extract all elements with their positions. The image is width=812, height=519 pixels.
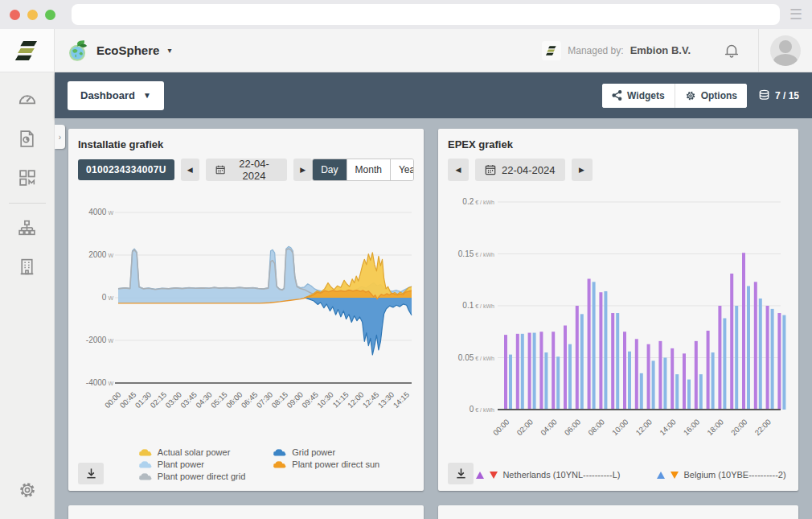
legend-item: Belgium (10YBE----------2) [657,470,785,480]
sidebar-item-sitemap[interactable] [11,212,43,244]
report-document-icon [17,129,37,149]
svg-text:02:15: 02:15 [148,390,168,410]
epex-price-chart[interactable]: 0.2€ / kWh0.15€ / kWh0.1€ / kWh0.05€ / k… [448,186,789,451]
legend-item: Grid power [273,447,379,457]
options-button[interactable]: Options [675,84,747,108]
widget-counter-value: 7 / 15 [775,90,799,101]
svg-text:00:00: 00:00 [103,390,123,410]
chart-legend: Netherlands (10YNL----------L)Belgium (1… [474,470,789,484]
installation-power-chart[interactable]: 4000W2000W0W-2000W-4000W00:0000:4501:300… [78,186,414,427]
legend-item: Plant power direct sun [273,459,379,469]
next-date-button[interactable]: ▶ [572,159,593,181]
previous-date-button[interactable]: ◀ [448,159,469,181]
widgets-button[interactable]: Widgets [602,84,675,108]
dashboard-content: › Installatie grafiek 0100234334007U ◀ [55,118,812,519]
url-bar[interactable] [72,4,780,25]
sidebar-item-dashboard[interactable] [11,84,43,116]
svg-text:12:45: 12:45 [361,390,381,410]
svg-text:03:45: 03:45 [178,390,199,410]
window-controls [10,10,55,20]
embion-logo[interactable] [0,29,54,72]
svg-text:20:00: 20:00 [729,418,749,438]
building-icon [17,257,37,277]
widget-title: Installatie grafiek [78,138,414,150]
chevron-down-icon: ▼ [143,91,151,100]
managed-by-label: Managed by: [568,45,623,56]
svg-text:06:00: 06:00 [224,390,244,410]
dashboard-toolbar: Dashboard ▼ Widgets [55,72,812,118]
widget-counter: 7 / 15 [758,89,799,101]
svg-text:02:00: 02:00 [515,418,535,438]
app-brand-selector[interactable]: EcoSphere ▾ [66,39,171,63]
svg-text:0.1€ / kWh: 0.1€ / kWh [462,301,494,310]
download-icon [455,468,467,480]
svg-text:0.2€ / kWh: 0.2€ / kWh [462,197,494,206]
widget-title: EPEX grafiek [448,138,789,150]
next-date-button[interactable]: ▶ [293,159,312,181]
download-chart-button[interactable] [448,463,474,484]
legend-item: Netherlands (10YNL----------L) [476,470,620,480]
svg-text:08:15: 08:15 [269,390,289,410]
legend-marker-icon [138,459,153,469]
svg-text:12:00: 12:00 [634,418,654,438]
minimize-window-button[interactable] [27,10,38,20]
sidebar-item-widgets[interactable] [11,161,43,193]
download-icon [85,468,97,480]
chevron-down-icon: ▾ [167,46,171,55]
options-button-label: Options [701,90,737,101]
svg-text:0€ / kWh: 0€ / kWh [470,405,494,414]
svg-text:0.05€ / kWh: 0.05€ / kWh [458,353,494,362]
app-header: EcoSphere ▾ Managed by: Embion [55,29,812,72]
sidebar-item-reports[interactable] [11,122,43,154]
embion-logo-icon [14,37,41,64]
svg-text:13:30: 13:30 [376,390,396,410]
previous-date-button[interactable]: ◀ [181,159,199,181]
legend-marker-icon [138,447,153,457]
maximize-window-button[interactable] [45,10,55,20]
range-month-button[interactable]: Month [347,159,390,180]
notifications-button[interactable] [705,29,758,72]
svg-text:10:30: 10:30 [315,390,335,410]
svg-text:00:00: 00:00 [491,418,511,438]
browser-menu-icon[interactable]: ☰ [789,7,802,22]
avatar [770,35,801,66]
svg-text:06:00: 06:00 [563,418,583,438]
svg-text:05:15: 05:15 [209,390,229,410]
svg-text:14:00: 14:00 [658,418,678,438]
sidebar-expander[interactable]: › [55,125,65,149]
triangle-up-icon [476,472,484,479]
widget-card-partial [68,505,424,519]
dashboard-gauge-icon [17,89,38,110]
download-chart-button[interactable] [78,463,104,484]
browser-chrome: ☰ [0,0,812,29]
svg-text:18:00: 18:00 [705,418,725,438]
triangle-down-icon [490,472,498,479]
sidebar-divider [9,203,46,204]
installation-serial-badge[interactable]: 0100234334007U [78,159,174,180]
date-picker-button[interactable]: 22-04-2024 [475,159,565,181]
legend-marker-icon [138,472,153,481]
managed-by-value: Embion B.V. [630,44,691,56]
svg-text:11:15: 11:15 [331,390,351,410]
date-picker-button[interactable]: 22-04-2024 [206,159,287,181]
gear-icon [685,90,696,101]
svg-text:09:45: 09:45 [300,390,320,410]
dashboard-selector-button[interactable]: Dashboard ▼ [68,81,164,110]
ecosphere-logo-icon [66,39,90,63]
dashboard-selector-label: Dashboard [80,89,135,101]
layers-stack-icon [758,89,770,101]
selected-date: 22-04-2024 [231,158,277,182]
range-day-button[interactable]: Day [313,159,346,180]
widgets-grid-icon [17,167,37,187]
sidebar-item-organisation[interactable] [11,250,43,282]
selected-date: 22-04-2024 [502,164,556,176]
svg-text:14:15: 14:15 [392,390,412,410]
sidebar-item-settings[interactable] [11,474,43,506]
widget-card-partial [438,505,798,519]
settings-gear-icon [18,480,37,500]
close-window-button[interactable] [10,10,20,20]
user-menu[interactable] [758,29,812,72]
range-year-button[interactable]: Year [390,159,414,180]
svg-text:04:00: 04:00 [539,418,559,438]
app-name: EcoSphere [96,43,159,57]
